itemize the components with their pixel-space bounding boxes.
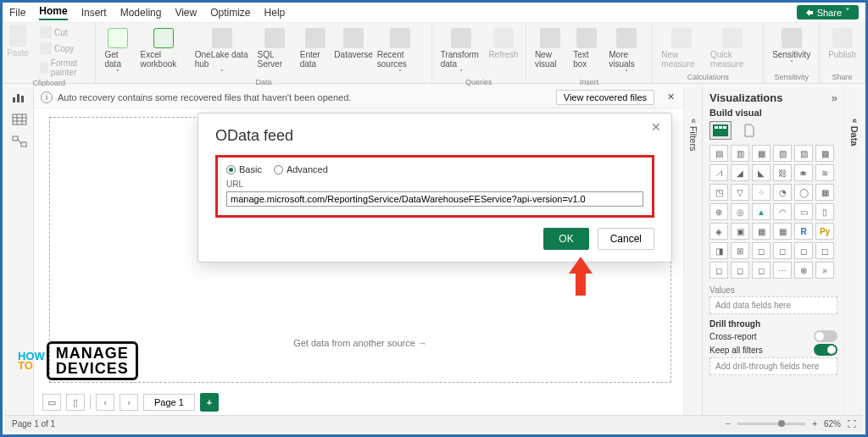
viz-100-column[interactable]: ▩ xyxy=(815,145,834,162)
filters-pane-collapsed[interactable]: « Filters xyxy=(683,86,702,415)
viz-treemap[interactable]: ▦ xyxy=(815,184,834,201)
viz-pie[interactable]: ◔ xyxy=(773,184,792,201)
viz-placeholder2[interactable]: » xyxy=(815,262,834,279)
viz-azure-map[interactable]: ▲ xyxy=(752,203,771,220)
viz-clustered-column[interactable]: ▧ xyxy=(773,145,792,162)
url-input[interactable] xyxy=(226,191,643,207)
viz-r[interactable]: R xyxy=(794,223,813,240)
enter-data-button[interactable]: Enter data xyxy=(298,26,332,78)
viz-arcgis[interactable]: ◻ xyxy=(709,262,728,279)
onelake-button[interactable]: OneLake data hub˅ xyxy=(193,26,251,78)
fit-page-icon[interactable]: ⛶ xyxy=(848,419,856,429)
cancel-button[interactable]: Cancel xyxy=(598,228,654,250)
viz-stacked-area[interactable]: ◣ xyxy=(752,164,771,181)
menu-home[interactable]: Home xyxy=(39,5,67,20)
viz-kpi[interactable]: ◈ xyxy=(709,223,728,240)
menu-view[interactable]: View xyxy=(175,7,197,19)
publish-button[interactable]: Publish xyxy=(826,26,858,73)
values-dropzone[interactable]: Add data fields here xyxy=(709,296,837,314)
viz-qna[interactable]: ◻ xyxy=(752,242,771,259)
viz-donut[interactable]: ◯ xyxy=(794,184,813,201)
viz-paginated[interactable]: ◻ xyxy=(815,242,834,259)
viz-ribbon[interactable]: ≋ xyxy=(815,164,834,181)
viz-key-influencers[interactable]: ◨ xyxy=(709,242,728,259)
viz-line-column[interactable]: ⛓ xyxy=(773,164,792,181)
keep-filters-toggle[interactable] xyxy=(814,344,837,356)
viz-stacked-column[interactable]: ▥ xyxy=(731,145,749,162)
new-visual-button[interactable]: New visual xyxy=(533,26,566,78)
menu-file[interactable]: File xyxy=(9,7,25,19)
viz-funnel[interactable]: ▽ xyxy=(731,184,749,201)
viz-area[interactable]: ◢ xyxy=(731,164,749,181)
viz-more[interactable]: ⋯ xyxy=(773,262,792,279)
viz-automate[interactable]: ◻ xyxy=(752,262,771,279)
menu-insert[interactable]: Insert xyxy=(81,7,107,19)
refresh-button[interactable]: Refresh xyxy=(488,26,519,78)
ok-button[interactable]: OK xyxy=(543,228,588,250)
build-visual-tab[interactable] xyxy=(709,121,732,140)
close-icon[interactable]: ✕ xyxy=(665,91,676,102)
viz-slicer[interactable]: ▣ xyxy=(731,223,749,240)
radio-basic[interactable]: Basic xyxy=(226,164,262,174)
new-measure-button[interactable]: New measure xyxy=(659,26,704,73)
menu-modeling[interactable]: Modeling xyxy=(120,7,162,19)
viz-gauge[interactable]: ◠ xyxy=(773,203,792,220)
add-page-button[interactable]: + xyxy=(200,393,219,412)
dataverse-button[interactable]: Dataverse xyxy=(337,26,370,78)
report-view-icon[interactable] xyxy=(12,91,27,103)
excel-button[interactable]: Excel workbook xyxy=(138,26,187,78)
viz-powerapps[interactable]: ◻ xyxy=(731,262,749,279)
mobile-layout-icon[interactable]: ▯ xyxy=(66,394,85,411)
copy-button[interactable]: Copy xyxy=(38,41,90,56)
text-box-button[interactable]: Text box xyxy=(571,26,602,78)
next-page-icon[interactable]: › xyxy=(120,394,138,411)
sql-button[interactable]: SQL Server xyxy=(256,26,293,78)
viz-card[interactable]: ▭ xyxy=(794,203,813,220)
sensitivity-button[interactable]: Sensitivity˅ xyxy=(771,26,812,73)
cross-report-toggle[interactable] xyxy=(814,330,837,342)
zoom-out-icon[interactable]: − xyxy=(726,419,731,429)
viz-python[interactable]: Py xyxy=(815,223,834,240)
paste-button[interactable]: Paste xyxy=(3,23,33,79)
viz-filled-map[interactable]: ◎ xyxy=(731,203,749,220)
share-button[interactable]: Share ˅ xyxy=(797,5,859,19)
cut-button[interactable]: Cut xyxy=(38,25,90,40)
viz-stacked-bar[interactable]: ▤ xyxy=(709,145,728,162)
desktop-layout-icon[interactable]: ▭ xyxy=(42,394,61,411)
viz-scatter[interactable]: ⁘ xyxy=(752,184,771,201)
viz-multi-card[interactable]: ▯ xyxy=(815,203,834,220)
data-view-icon[interactable] xyxy=(12,113,27,125)
menu-optimize[interactable]: Optimize xyxy=(210,7,250,19)
viz-placeholder[interactable]: ⊗ xyxy=(794,262,813,279)
page-tab-1[interactable]: Page 1 xyxy=(143,394,195,411)
viz-decomposition[interactable]: ⊞ xyxy=(731,242,749,259)
viz-goals[interactable]: ◻ xyxy=(794,242,813,259)
canvas-hint[interactable]: Get data from another source → xyxy=(50,338,670,348)
viz-line[interactable]: ⩘ xyxy=(709,164,728,181)
viz-clustered-bar[interactable]: ▦ xyxy=(752,145,771,162)
viz-100-bar[interactable]: ▨ xyxy=(794,145,813,162)
viz-line-clustered[interactable]: ⩩ xyxy=(794,164,813,181)
viz-waterfall[interactable]: ◳ xyxy=(709,184,728,201)
dialog-close-icon[interactable]: ✕ xyxy=(651,120,661,134)
get-data-button[interactable]: Get data˅ xyxy=(103,26,133,78)
viz-matrix[interactable]: ▦ xyxy=(773,223,792,240)
radio-advanced[interactable]: Advanced xyxy=(274,164,328,174)
format-visual-tab[interactable] xyxy=(738,121,760,140)
data-pane-collapsed[interactable]: « Data xyxy=(844,86,863,415)
prev-page-icon[interactable]: ‹ xyxy=(96,394,114,411)
more-visuals-button[interactable]: More visuals˅ xyxy=(607,26,645,78)
format-painter-button[interactable]: Format painter xyxy=(38,57,90,79)
drill-dropzone[interactable]: Add drill-through fields here xyxy=(709,357,837,375)
recent-sources-button[interactable]: Recent sources˅ xyxy=(376,26,425,78)
zoom-in-icon[interactable]: + xyxy=(812,419,817,429)
collapse-icon[interactable]: » xyxy=(832,91,837,104)
viz-table[interactable]: ▦ xyxy=(752,223,771,240)
menu-help[interactable]: Help xyxy=(264,7,286,19)
zoom-slider[interactable] xyxy=(737,423,805,425)
viz-narrative[interactable]: ◻ xyxy=(773,242,792,259)
quick-measure-button[interactable]: Quick measure xyxy=(709,26,756,73)
transform-button[interactable]: Transform data˅ xyxy=(439,26,483,78)
model-view-icon[interactable] xyxy=(12,136,27,147)
view-recovered-button[interactable]: View recovered files xyxy=(556,90,654,105)
